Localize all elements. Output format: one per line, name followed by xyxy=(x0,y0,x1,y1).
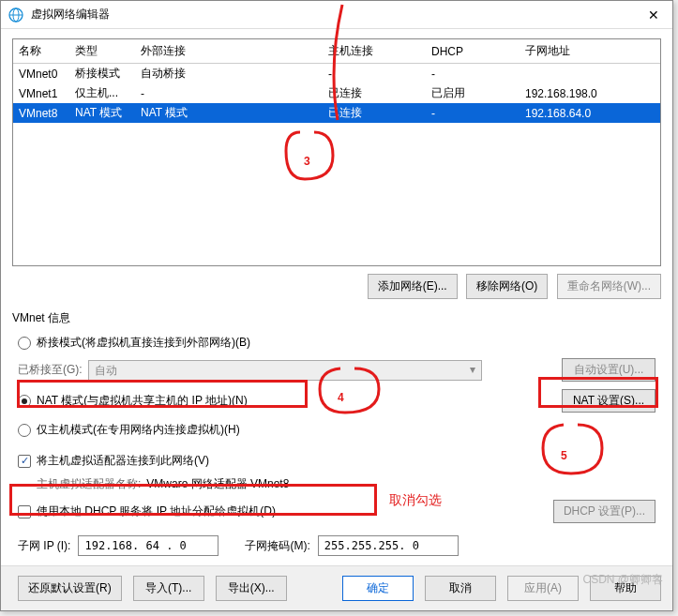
rename-network-button[interactable]: 重命名网络(W)... xyxy=(557,274,661,299)
radio-icon xyxy=(18,424,31,437)
col-name: 名称 xyxy=(13,39,69,64)
window-title: 虚拟网络编辑器 xyxy=(31,7,642,23)
hostonly-radio[interactable]: 仅主机模式(在专用网络内连接虚拟机)(H) xyxy=(18,417,655,443)
radio-icon xyxy=(18,337,31,350)
app-icon xyxy=(8,8,23,23)
remove-network-button[interactable]: 移除网络(O) xyxy=(466,274,548,299)
check-icon xyxy=(18,505,31,518)
auto-set-button[interactable]: 自动设置(U)... xyxy=(562,358,655,382)
network-table[interactable]: 名称 类型 外部连接 主机连接 DHCP 子网地址 VMnet0桥接模式自动桥接… xyxy=(12,38,661,266)
col-type: 类型 xyxy=(69,39,135,64)
bridge-to-label: 已桥接至(G): xyxy=(18,362,83,378)
add-network-button[interactable]: 添加网络(E)... xyxy=(368,274,458,299)
export-button[interactable]: 导出(X)... xyxy=(216,576,287,601)
table-row[interactable]: VMnet0桥接模式自动桥接-- xyxy=(13,64,660,84)
import-button[interactable]: 导入(T)... xyxy=(133,576,204,601)
subnet-mask-input[interactable] xyxy=(318,535,459,556)
check-icon xyxy=(18,455,31,468)
dhcp-set-button[interactable]: DHCP 设置(P)... xyxy=(553,500,655,523)
ok-button[interactable]: 确定 xyxy=(342,576,414,601)
radio-icon xyxy=(18,395,31,408)
nat-radio[interactable]: NAT 模式(与虚拟机共享主机的 IP 地址)(N) xyxy=(18,393,552,409)
restore-button[interactable]: 还原默认设置(R) xyxy=(18,576,122,601)
nat-set-button[interactable]: NAT 设置(S)... xyxy=(562,389,655,413)
cancel-button[interactable]: 取消 xyxy=(425,576,496,601)
table-row[interactable]: VMnet1仅主机...-已连接已启用192.168.198.0 xyxy=(13,83,660,103)
close-icon[interactable]: ✕ xyxy=(642,4,665,26)
adapter-name-label: 主机虚拟适配器名称: xyxy=(37,476,141,492)
bridge-select[interactable]: 自动 xyxy=(88,360,482,381)
col-host: 主机连接 xyxy=(323,39,426,64)
subnet-ip-input[interactable] xyxy=(78,535,218,556)
subnet-ip-label: 子网 IP (I): xyxy=(18,538,70,554)
bridge-radio[interactable]: 桥接模式(将虚拟机直接连接到外部网络)(B) xyxy=(18,330,655,355)
col-ext: 外部连接 xyxy=(135,39,323,64)
vmnet-info-label: VMnet 信息 xyxy=(12,307,661,328)
col-subnet: 子网地址 xyxy=(520,39,660,64)
dhcp-checkbox[interactable]: 使用本地 DHCP 服务将 IP 地址分配给虚拟机(D) xyxy=(18,503,544,519)
adapter-name: VMware 网络适配器 VMnet8 xyxy=(146,476,289,492)
help-button[interactable]: 帮助 xyxy=(590,576,661,601)
connect-host-checkbox[interactable]: 将主机虚拟适配器连接到此网络(V) xyxy=(18,448,655,473)
apply-button[interactable]: 应用(A) xyxy=(507,576,579,601)
col-dhcp: DHCP xyxy=(426,39,520,64)
subnet-mask-label: 子网掩码(M): xyxy=(245,538,309,554)
table-row[interactable]: VMnet8NAT 模式NAT 模式已连接-192.168.64.0 xyxy=(13,103,660,123)
